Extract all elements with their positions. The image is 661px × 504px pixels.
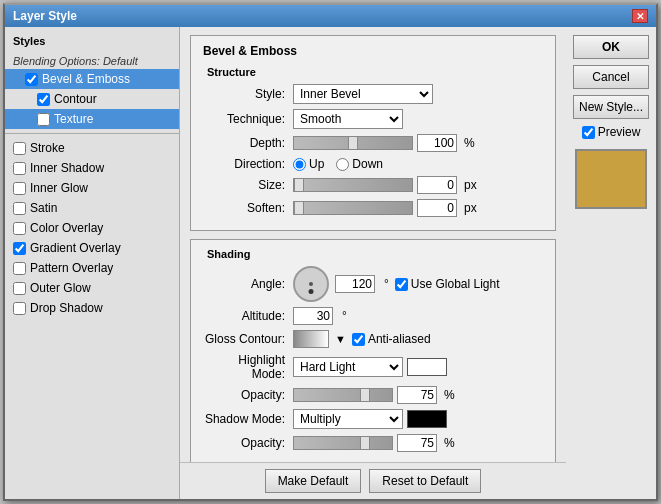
direction-down-radio[interactable]	[336, 158, 349, 171]
satin-checkbox[interactable]	[13, 202, 26, 215]
bevel-emboss-label: Bevel & Emboss	[42, 72, 130, 86]
shadow-opacity-input[interactable]	[397, 434, 437, 452]
anti-aliased-label[interactable]: Anti-aliased	[352, 332, 431, 346]
contour-checkbox[interactable]	[37, 93, 50, 106]
inner-glow-label: Inner Glow	[30, 181, 88, 195]
ok-button[interactable]: OK	[573, 35, 649, 59]
direction-up-label[interactable]: Up	[293, 157, 324, 171]
soften-slider-container: px	[293, 199, 477, 217]
soften-slider[interactable]	[293, 201, 413, 215]
sidebar-item-drop-shadow[interactable]: Drop Shadow	[5, 298, 179, 318]
angle-row: Angle: ° Use Global Light	[203, 266, 543, 302]
gloss-contour-row: Gloss Contour: ▼ Anti-aliased	[203, 330, 543, 348]
highlight-mode-label: Highlight Mode:	[203, 353, 293, 381]
stroke-checkbox[interactable]	[13, 142, 26, 155]
sidebar-item-satin[interactable]: Satin	[5, 198, 179, 218]
sidebar-item-gradient-overlay[interactable]: Gradient Overlay	[5, 238, 179, 258]
sidebar-item-color-overlay[interactable]: Color Overlay	[5, 218, 179, 238]
angle-center-dot	[309, 282, 313, 286]
angle-wheel[interactable]	[293, 266, 329, 302]
shadow-color-swatch[interactable]	[407, 410, 447, 428]
inner-shadow-label: Inner Shadow	[30, 161, 104, 175]
depth-slider-container: %	[293, 134, 475, 152]
new-style-button[interactable]: New Style...	[573, 95, 649, 119]
sidebar-item-pattern-overlay[interactable]: Pattern Overlay	[5, 258, 179, 278]
altitude-control: °	[293, 307, 347, 325]
texture-checkbox[interactable]	[37, 113, 50, 126]
sidebar-item-texture[interactable]: Texture	[5, 109, 179, 129]
anti-aliased-checkbox[interactable]	[352, 333, 365, 346]
bevel-emboss-checkbox[interactable]	[25, 73, 38, 86]
cancel-button[interactable]: Cancel	[573, 65, 649, 89]
highlight-mode-control: Hard Light Normal Multiply Screen Overla…	[293, 357, 447, 377]
size-slider[interactable]	[293, 178, 413, 192]
angle-input[interactable]	[335, 275, 375, 293]
altitude-label: Altitude:	[203, 309, 293, 323]
gloss-preview[interactable]	[293, 330, 329, 348]
blending-options-label[interactable]: Blending Options: Default	[5, 53, 179, 69]
gloss-dropdown-arrow[interactable]: ▼	[335, 333, 346, 345]
inner-shadow-checkbox[interactable]	[13, 162, 26, 175]
altitude-input[interactable]	[293, 307, 333, 325]
inner-glow-checkbox[interactable]	[13, 182, 26, 195]
direction-down-label[interactable]: Down	[336, 157, 383, 171]
pattern-overlay-checkbox[interactable]	[13, 262, 26, 275]
highlight-mode-select[interactable]: Hard Light Normal Multiply Screen Overla…	[293, 357, 403, 377]
panels-container: Bevel & Emboss Structure Style: Inner Be…	[180, 27, 566, 462]
shadow-opacity-row: Opacity: %	[203, 434, 543, 452]
highlight-opacity-slider[interactable]	[293, 388, 393, 402]
dialog-title: Layer Style	[13, 9, 77, 23]
color-overlay-checkbox[interactable]	[13, 222, 26, 235]
shadow-opacity-slider[interactable]	[293, 436, 393, 450]
reset-to-default-button[interactable]: Reset to Default	[369, 469, 481, 493]
depth-input[interactable]	[417, 134, 457, 152]
sidebar-item-bevel-emboss[interactable]: Bevel & Emboss	[5, 69, 179, 89]
layer-style-dialog: Layer Style ✕ Styles Blending Options: D…	[3, 3, 658, 501]
style-select[interactable]: Inner Bevel Outer Bevel Emboss Pillow Em…	[293, 84, 433, 104]
sidebar-item-contour[interactable]: Contour	[5, 89, 179, 109]
make-default-button[interactable]: Make Default	[265, 469, 362, 493]
gloss-control: ▼ Anti-aliased	[293, 330, 431, 348]
technique-label: Technique:	[203, 112, 293, 126]
dialog-body: Styles Blending Options: Default Bevel &…	[5, 27, 656, 499]
sidebar-item-stroke[interactable]: Stroke	[5, 138, 179, 158]
sidebar-item-outer-glow[interactable]: Outer Glow	[5, 278, 179, 298]
sidebar-title: Styles	[5, 33, 179, 53]
shadow-mode-label: Shadow Mode:	[203, 412, 293, 426]
soften-input[interactable]	[417, 199, 457, 217]
sidebar: Styles Blending Options: Default Bevel &…	[5, 27, 180, 499]
highlight-opacity-input[interactable]	[397, 386, 437, 404]
depth-unit: %	[464, 136, 475, 150]
shadow-mode-select[interactable]: Multiply Normal Screen Overlay	[293, 409, 403, 429]
style-row: Style: Inner Bevel Outer Bevel Emboss Pi…	[203, 84, 543, 104]
pattern-overlay-label: Pattern Overlay	[30, 261, 113, 275]
sidebar-item-inner-glow[interactable]: Inner Glow	[5, 178, 179, 198]
soften-label: Soften:	[203, 201, 293, 215]
gradient-overlay-checkbox[interactable]	[13, 242, 26, 255]
angle-control: ° Use Global Light	[293, 266, 500, 302]
structure-title: Structure	[207, 66, 543, 78]
gloss-label: Gloss Contour:	[203, 332, 293, 346]
technique-select[interactable]: Smooth Chisel Hard Chisel Soft	[293, 109, 403, 129]
gradient-overlay-label: Gradient Overlay	[30, 241, 121, 255]
drop-shadow-checkbox[interactable]	[13, 302, 26, 315]
use-global-light-checkbox[interactable]	[395, 278, 408, 291]
depth-label: Depth:	[203, 136, 293, 150]
preview-label[interactable]: Preview	[582, 125, 641, 139]
sidebar-item-inner-shadow[interactable]: Inner Shadow	[5, 158, 179, 178]
size-label: Size:	[203, 178, 293, 192]
highlight-color-swatch[interactable]	[407, 358, 447, 376]
satin-label: Satin	[30, 201, 57, 215]
drop-shadow-label: Drop Shadow	[30, 301, 103, 315]
preview-checkbox[interactable]	[582, 126, 595, 139]
direction-up-radio[interactable]	[293, 158, 306, 171]
direction-label: Direction:	[203, 157, 293, 171]
size-slider-container: px	[293, 176, 477, 194]
texture-label: Texture	[54, 112, 93, 126]
use-global-light-label[interactable]: Use Global Light	[395, 277, 500, 291]
outer-glow-checkbox[interactable]	[13, 282, 26, 295]
depth-slider[interactable]	[293, 136, 413, 150]
altitude-unit: °	[342, 309, 347, 323]
size-input[interactable]	[417, 176, 457, 194]
close-button[interactable]: ✕	[632, 9, 648, 23]
